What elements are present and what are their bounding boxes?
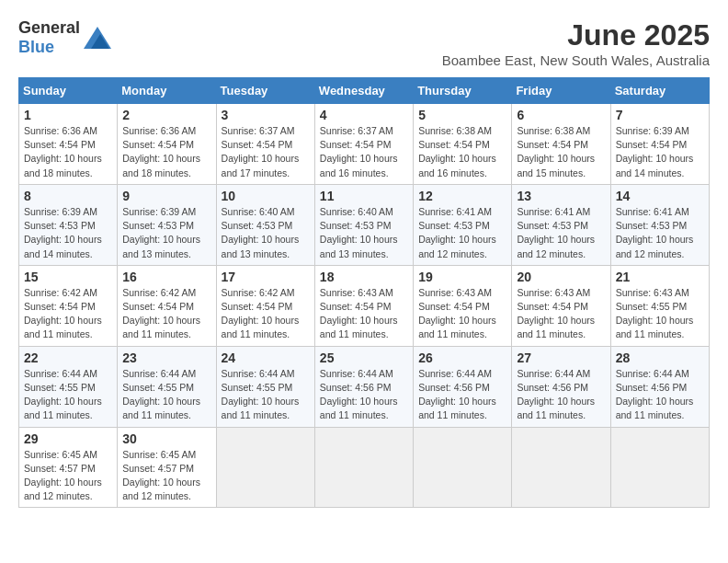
day-number: 20	[517, 270, 605, 284]
day-info: Sunrise: 6:40 AMSunset: 4:53 PMDaylight:…	[222, 206, 300, 259]
day-info: Sunrise: 6:44 AMSunset: 4:56 PMDaylight:…	[517, 368, 595, 421]
day-info: Sunrise: 6:39 AMSunset: 4:53 PMDaylight:…	[122, 206, 200, 259]
day-cell-8: 8 Sunrise: 6:39 AMSunset: 4:53 PMDayligh…	[19, 184, 118, 265]
day-info: Sunrise: 6:39 AMSunset: 4:54 PMDaylight:…	[616, 125, 694, 178]
week-row-5: 29 Sunrise: 6:45 AMSunset: 4:57 PMDaylig…	[19, 427, 710, 508]
day-cell-12: 12 Sunrise: 6:41 AMSunset: 4:53 PMDaylig…	[414, 184, 512, 265]
day-info: Sunrise: 6:44 AMSunset: 4:56 PMDaylight:…	[418, 368, 496, 421]
day-info: Sunrise: 6:37 AMSunset: 4:54 PMDaylight:…	[320, 125, 398, 178]
location-title: Boambee East, New South Wales, Australia	[442, 52, 710, 68]
logo-blue: Blue	[18, 38, 54, 56]
week-row-3: 15 Sunrise: 6:42 AMSunset: 4:54 PMDaylig…	[19, 265, 710, 346]
day-cell-27: 27 Sunrise: 6:44 AMSunset: 4:56 PMDaylig…	[512, 346, 610, 427]
day-cell-18: 18 Sunrise: 6:43 AMSunset: 4:54 PMDaylig…	[314, 265, 413, 346]
empty-cell	[414, 427, 512, 508]
day-number: 25	[320, 350, 408, 365]
day-number: 7	[616, 108, 704, 122]
day-cell-7: 7 Sunrise: 6:39 AMSunset: 4:54 PMDayligh…	[610, 104, 709, 185]
day-cell-13: 13 Sunrise: 6:41 AMSunset: 4:53 PMDaylig…	[512, 184, 610, 265]
header-tuesday: Tuesday	[216, 78, 314, 104]
day-number: 2	[122, 108, 210, 122]
day-cell-21: 21 Sunrise: 6:43 AMSunset: 4:55 PMDaylig…	[610, 265, 709, 346]
empty-cell	[610, 427, 709, 508]
day-number: 11	[320, 189, 408, 203]
day-cell-5: 5 Sunrise: 6:38 AMSunset: 4:54 PMDayligh…	[414, 104, 512, 185]
day-info: Sunrise: 6:42 AMSunset: 4:54 PMDaylight:…	[122, 287, 200, 340]
day-info: Sunrise: 6:43 AMSunset: 4:55 PMDaylight:…	[616, 287, 694, 340]
day-info: Sunrise: 6:43 AMSunset: 4:54 PMDaylight:…	[418, 287, 496, 340]
day-cell-24: 24 Sunrise: 6:44 AMSunset: 4:55 PMDaylig…	[216, 346, 314, 427]
day-number: 14	[616, 189, 704, 203]
title-area: June 2025 Boambee East, New South Wales,…	[442, 18, 710, 68]
day-cell-11: 11 Sunrise: 6:40 AMSunset: 4:53 PMDaylig…	[314, 184, 413, 265]
header-saturday: Saturday	[610, 78, 709, 104]
day-info: Sunrise: 6:37 AMSunset: 4:54 PMDaylight:…	[222, 125, 300, 178]
day-info: Sunrise: 6:44 AMSunset: 4:56 PMDaylight:…	[616, 368, 694, 421]
page-header: General Blue June 2025 Boambee East, New…	[18, 18, 710, 68]
logo-text: General Blue	[18, 18, 80, 57]
day-info: Sunrise: 6:42 AMSunset: 4:54 PMDaylight:…	[222, 287, 300, 340]
day-number: 21	[616, 270, 704, 284]
day-number: 4	[320, 108, 408, 122]
day-number: 30	[122, 431, 210, 446]
day-cell-1: 1 Sunrise: 6:36 AMSunset: 4:54 PMDayligh…	[19, 104, 118, 185]
day-info: Sunrise: 6:41 AMSunset: 4:53 PMDaylight:…	[517, 206, 595, 259]
day-cell-22: 22 Sunrise: 6:44 AMSunset: 4:55 PMDaylig…	[19, 346, 118, 427]
day-info: Sunrise: 6:44 AMSunset: 4:55 PMDaylight:…	[24, 368, 102, 421]
day-number: 23	[122, 350, 210, 365]
header-friday: Friday	[512, 78, 610, 104]
day-number: 18	[320, 270, 408, 284]
day-number: 16	[122, 270, 210, 284]
day-cell-6: 6 Sunrise: 6:38 AMSunset: 4:54 PMDayligh…	[512, 104, 610, 185]
week-row-2: 8 Sunrise: 6:39 AMSunset: 4:53 PMDayligh…	[19, 184, 710, 265]
day-number: 27	[517, 350, 605, 365]
week-row-1: 1 Sunrise: 6:36 AMSunset: 4:54 PMDayligh…	[19, 104, 710, 185]
day-number: 19	[418, 270, 506, 284]
day-info: Sunrise: 6:45 AMSunset: 4:57 PMDaylight:…	[122, 449, 200, 502]
day-info: Sunrise: 6:44 AMSunset: 4:56 PMDaylight:…	[320, 368, 398, 421]
day-cell-20: 20 Sunrise: 6:43 AMSunset: 4:54 PMDaylig…	[512, 265, 610, 346]
day-cell-4: 4 Sunrise: 6:37 AMSunset: 4:54 PMDayligh…	[314, 104, 413, 185]
day-cell-25: 25 Sunrise: 6:44 AMSunset: 4:56 PMDaylig…	[314, 346, 413, 427]
header-monday: Monday	[118, 78, 216, 104]
header-row: SundayMondayTuesdayWednesdayThursdayFrid…	[19, 78, 710, 104]
day-info: Sunrise: 6:38 AMSunset: 4:54 PMDaylight:…	[517, 125, 595, 178]
day-number: 26	[418, 350, 506, 365]
day-number: 17	[222, 270, 310, 284]
day-number: 13	[517, 189, 605, 203]
day-info: Sunrise: 6:42 AMSunset: 4:54 PMDaylight:…	[24, 287, 102, 340]
day-cell-19: 19 Sunrise: 6:43 AMSunset: 4:54 PMDaylig…	[414, 265, 512, 346]
header-wednesday: Wednesday	[314, 78, 413, 104]
week-row-4: 22 Sunrise: 6:44 AMSunset: 4:55 PMDaylig…	[19, 346, 710, 427]
day-number: 15	[24, 270, 112, 284]
day-cell-3: 3 Sunrise: 6:37 AMSunset: 4:54 PMDayligh…	[216, 104, 314, 185]
logo-general: General	[18, 18, 80, 37]
day-info: Sunrise: 6:45 AMSunset: 4:57 PMDaylight:…	[24, 449, 102, 502]
header-thursday: Thursday	[414, 78, 512, 104]
day-number: 5	[418, 108, 506, 122]
day-info: Sunrise: 6:38 AMSunset: 4:54 PMDaylight:…	[418, 125, 496, 178]
day-number: 8	[24, 189, 112, 203]
day-number: 22	[24, 350, 112, 365]
day-info: Sunrise: 6:36 AMSunset: 4:54 PMDaylight:…	[122, 125, 200, 178]
day-number: 12	[418, 189, 506, 203]
day-cell-26: 26 Sunrise: 6:44 AMSunset: 4:56 PMDaylig…	[414, 346, 512, 427]
day-number: 1	[24, 108, 112, 122]
day-info: Sunrise: 6:40 AMSunset: 4:53 PMDaylight:…	[320, 206, 398, 259]
day-cell-14: 14 Sunrise: 6:41 AMSunset: 4:53 PMDaylig…	[610, 184, 709, 265]
day-info: Sunrise: 6:44 AMSunset: 4:55 PMDaylight:…	[122, 368, 200, 421]
day-cell-15: 15 Sunrise: 6:42 AMSunset: 4:54 PMDaylig…	[19, 265, 118, 346]
day-info: Sunrise: 6:43 AMSunset: 4:54 PMDaylight:…	[517, 287, 595, 340]
day-info: Sunrise: 6:41 AMSunset: 4:53 PMDaylight:…	[616, 206, 694, 259]
day-number: 6	[517, 108, 605, 122]
day-cell-9: 9 Sunrise: 6:39 AMSunset: 4:53 PMDayligh…	[118, 184, 216, 265]
day-cell-10: 10 Sunrise: 6:40 AMSunset: 4:53 PMDaylig…	[216, 184, 314, 265]
logo-icon	[84, 27, 111, 49]
empty-cell	[314, 427, 413, 508]
day-cell-30: 30 Sunrise: 6:45 AMSunset: 4:57 PMDaylig…	[118, 427, 216, 508]
day-number: 10	[222, 189, 310, 203]
empty-cell	[216, 427, 314, 508]
day-number: 9	[122, 189, 210, 203]
day-cell-2: 2 Sunrise: 6:36 AMSunset: 4:54 PMDayligh…	[118, 104, 216, 185]
day-cell-29: 29 Sunrise: 6:45 AMSunset: 4:57 PMDaylig…	[19, 427, 118, 508]
